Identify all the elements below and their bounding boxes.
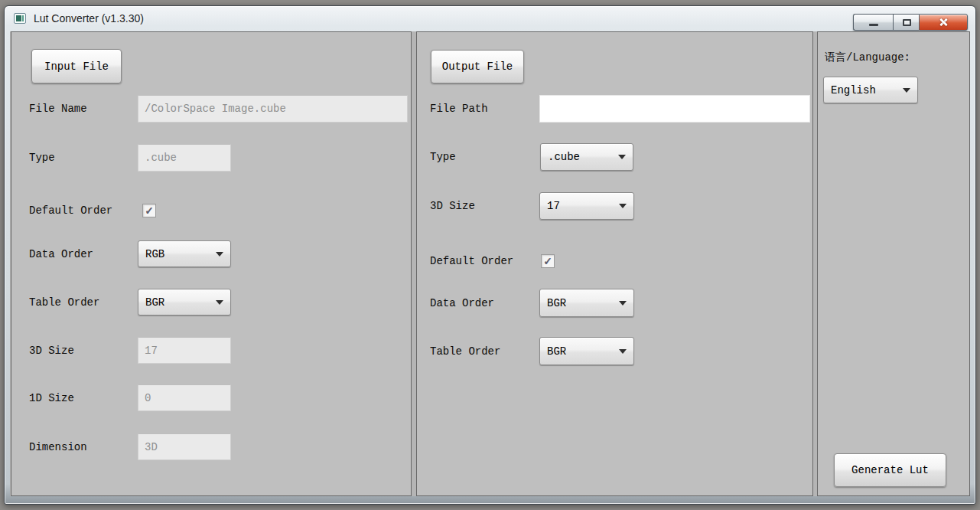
input-table-order-label: Table Order: [29, 296, 99, 309]
app-window: Lut Converter (v1.3.30) Input File File …: [4, 5, 976, 505]
maximize-button[interactable]: [893, 14, 919, 31]
output-data-order-value: BGR: [547, 297, 566, 309]
dropdown-arrow-icon: [619, 204, 627, 208]
titlebar[interactable]: Lut Converter (v1.3.30): [5, 6, 975, 31]
file-path-label: File Path: [430, 103, 488, 115]
input-3d-size-label: 3D Size: [29, 345, 74, 357]
app-icon-line: [22, 15, 24, 21]
maximize-icon: [903, 19, 911, 26]
app-icon: [14, 13, 26, 24]
language-value: English: [831, 84, 876, 96]
output-table-order-label: Table Order: [430, 345, 500, 358]
output-data-order-label: Data Order: [430, 297, 494, 309]
input-data-order-value: RGB: [145, 248, 164, 260]
language-label: 语言/Language:: [825, 51, 910, 64]
output-type-value: .cube: [548, 151, 580, 163]
output-panel: Output File File Path Type .cube 3D Size…: [416, 31, 813, 496]
input-type-field: [138, 144, 231, 172]
dropdown-arrow-icon: [216, 300, 223, 305]
file-path-input[interactable]: [539, 95, 810, 123]
dropdown-arrow-icon: [618, 155, 626, 159]
input-data-order-label: Data Order: [29, 248, 93, 260]
output-3d-size-select[interactable]: 17: [539, 192, 634, 220]
input-data-order-select[interactable]: RGB: [138, 240, 231, 267]
input-table-order-value: BGR: [145, 296, 164, 309]
input-3d-size-field: [138, 337, 231, 364]
input-type-label: Type: [29, 152, 55, 164]
checkmark-icon: ✓: [543, 256, 552, 266]
app-icon-inner: [16, 15, 21, 21]
close-button[interactable]: [919, 14, 968, 31]
output-3d-size-value: 17: [547, 200, 560, 212]
minimize-icon: [869, 24, 878, 26]
output-table-order-value: BGR: [547, 345, 566, 358]
output-type-label: Type: [430, 151, 456, 163]
generate-lut-button[interactable]: Generate Lut: [834, 453, 946, 487]
language-panel: 语言/Language: English Generate Lut: [817, 31, 970, 496]
output-data-order-select[interactable]: BGR: [539, 289, 634, 317]
dimension-label: Dimension: [29, 441, 87, 453]
input-1d-size-label: 1D Size: [29, 392, 74, 404]
dropdown-arrow-icon: [216, 252, 223, 257]
input-table-order-select[interactable]: BGR: [138, 289, 231, 315]
language-select[interactable]: English: [823, 77, 918, 103]
output-default-order-checkbox[interactable]: ✓: [541, 254, 555, 268]
output-default-order-label: Default Order: [430, 255, 513, 267]
desktop-background: Lut Converter (v1.3.30) Input File File …: [0, 0, 980, 510]
minimize-button[interactable]: [853, 14, 893, 31]
output-type-select[interactable]: .cube: [540, 143, 633, 171]
input-default-order-label: Default Order: [29, 204, 112, 217]
output-table-order-select[interactable]: BGR: [539, 337, 634, 365]
caption-buttons: [853, 14, 968, 31]
checkmark-icon: ✓: [145, 205, 154, 216]
window-title: Lut Converter (v1.3.30): [34, 6, 144, 31]
output-file-button[interactable]: Output File: [431, 50, 524, 83]
close-icon: [938, 17, 949, 28]
input-file-button[interactable]: Input File: [31, 49, 122, 83]
dropdown-arrow-icon: [619, 349, 627, 354]
output-3d-size-label: 3D Size: [430, 200, 475, 212]
client-area: Input File File Name Type Default Order …: [10, 31, 970, 496]
file-name-label: File Name: [29, 103, 87, 115]
input-panel: Input File File Name Type Default Order …: [11, 31, 412, 496]
file-name-field: [138, 95, 408, 123]
input-default-order-checkbox[interactable]: ✓: [142, 204, 156, 217]
input-1d-size-field: [138, 384, 231, 411]
dropdown-arrow-icon: [619, 301, 627, 306]
dimension-field: [138, 433, 231, 460]
dropdown-arrow-icon: [903, 88, 910, 93]
